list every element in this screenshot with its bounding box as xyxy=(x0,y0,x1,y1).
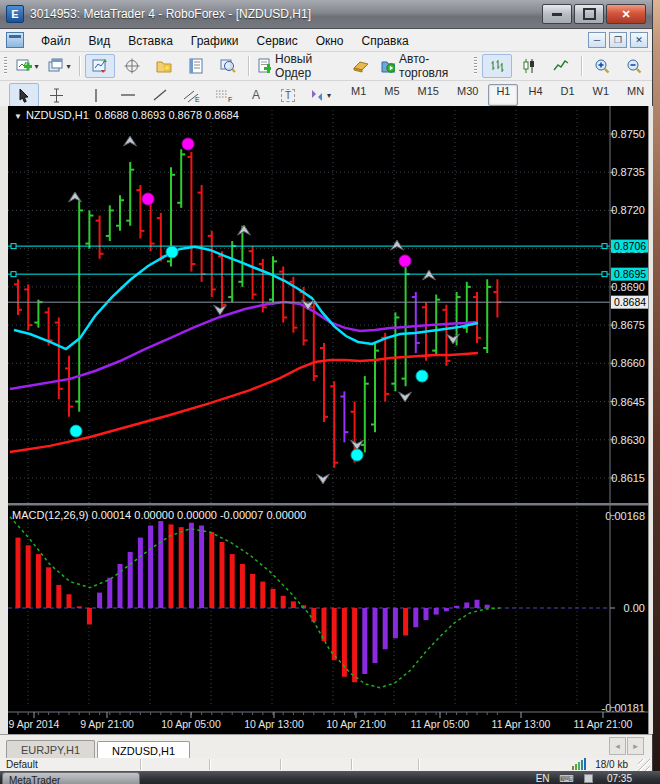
standard-toolbar: ▾ ▾ Новый Ордер Авт xyxy=(0,52,652,81)
vertical-line-button[interactable] xyxy=(81,83,111,107)
timeframe-button-h4[interactable]: H4 xyxy=(520,84,550,106)
macd-histogram-bar xyxy=(148,526,153,609)
menu-item-4[interactable]: Графики xyxy=(182,31,248,51)
menu-item-7[interactable]: Справка xyxy=(353,31,418,51)
macd-histogram-bar xyxy=(220,542,225,608)
strategy-tester-button[interactable] xyxy=(213,54,243,78)
hline-handle[interactable] xyxy=(602,272,607,277)
fibonacci-button[interactable]: F xyxy=(209,83,239,107)
autotrading-button[interactable]: Авто-торговля xyxy=(378,54,470,78)
child-close-button[interactable]: ✕ xyxy=(630,32,648,48)
maximize-button[interactable] xyxy=(574,4,604,24)
data-window-button[interactable] xyxy=(117,54,147,78)
hline-handle[interactable] xyxy=(11,244,16,249)
taskbar-app-button[interactable]: MetaTrader xyxy=(2,772,140,784)
price-axis-label: 0.8660 xyxy=(611,357,645,369)
pane-splitter[interactable] xyxy=(8,503,648,506)
close-button[interactable]: ✕ xyxy=(606,4,646,24)
timeframe-button-m1[interactable]: M1 xyxy=(343,84,374,106)
minimize-button[interactable] xyxy=(542,4,572,24)
tray-icon[interactable] xyxy=(584,774,593,783)
tab-scroll-right-icon[interactable]: ▸ xyxy=(627,737,644,755)
menu-item-3[interactable]: Вставка xyxy=(119,31,182,51)
down-arrow-signal-icon xyxy=(317,474,330,484)
text-button[interactable]: A xyxy=(241,83,271,107)
timeframe-button-mn[interactable]: MN xyxy=(619,84,652,106)
toolbar-separator xyxy=(79,56,80,76)
hline-handle[interactable] xyxy=(11,272,16,277)
timeframe-button-m15[interactable]: M15 xyxy=(410,84,447,106)
svg-text:E: E xyxy=(195,96,200,103)
menu-item-1[interactable]: Файл xyxy=(32,31,80,51)
down-arrow-signal-icon xyxy=(214,305,227,315)
macd-histogram-bar xyxy=(250,574,255,608)
crosshair-tool-button[interactable] xyxy=(41,83,71,107)
candlestick-chart-button[interactable] xyxy=(514,54,544,78)
menu-item-6[interactable]: Окно xyxy=(307,31,353,51)
zoom-out-button[interactable] xyxy=(619,54,649,78)
taskbar-clock[interactable]: 07:35 xyxy=(607,773,632,784)
chevron-down-icon: ▾ xyxy=(34,62,38,71)
hline-handle[interactable] xyxy=(602,244,607,249)
timeframe-button-m5[interactable]: M5 xyxy=(376,84,407,106)
price-axis-label: 0.8675 xyxy=(611,319,645,331)
macd-histogram-bar xyxy=(413,608,418,627)
timeframe-button-m30[interactable]: M30 xyxy=(449,84,486,106)
language-indicator[interactable]: EN xyxy=(536,773,550,784)
horizontal-line-button[interactable] xyxy=(113,83,143,107)
terminal-button[interactable] xyxy=(181,54,211,78)
menu-item-5[interactable]: Сервис xyxy=(248,31,307,51)
macd-histogram-bar xyxy=(352,608,357,682)
zoom-in-button[interactable] xyxy=(587,54,617,78)
trendline-button[interactable] xyxy=(145,83,175,107)
chart-canvas[interactable]: 0.87500.87350.87200.87050.86900.86750.86… xyxy=(8,106,648,734)
chart-tab-eurjpy-h1[interactable]: EURJPY,H1 xyxy=(6,740,95,760)
status-cell xyxy=(419,759,572,770)
chart-plot[interactable]: 0.87500.87350.87200.87050.86900.86750.86… xyxy=(8,106,648,734)
new-order-button[interactable]: Новый Ордер xyxy=(254,54,344,78)
macd-axis-label: 0.00 xyxy=(624,602,645,614)
autotrading-icon xyxy=(381,58,395,74)
text-label-button[interactable]: T xyxy=(273,83,303,107)
keyboard-icon[interactable]: ⌨ xyxy=(560,773,574,784)
macd-histogram-bar xyxy=(475,600,480,608)
tab-scroll-buttons: ◂ ▸ xyxy=(608,737,644,755)
market-watch-button[interactable] xyxy=(85,54,115,78)
mdi-controls: ─ ❐ ✕ xyxy=(585,32,648,48)
taskbar: MetaTrader EN ⌨ 07:35 xyxy=(0,771,660,784)
menu-item-2[interactable]: Вид xyxy=(80,31,120,51)
toolbar-separator xyxy=(248,56,249,76)
timeframe-button-w1[interactable]: W1 xyxy=(585,84,618,106)
new-chart-button[interactable]: ▾ xyxy=(12,54,42,78)
cursor-button[interactable] xyxy=(9,83,39,107)
hline-price-badge-text: 0.8695 xyxy=(614,268,646,280)
chart-window-icon[interactable] xyxy=(6,32,24,48)
child-restore-button[interactable]: ❐ xyxy=(609,32,627,48)
toolbar-grip[interactable] xyxy=(4,57,7,75)
tab-scroll-left-icon[interactable]: ◂ xyxy=(609,737,626,755)
toolbar-grip[interactable] xyxy=(474,57,477,75)
legend-ohlc: 0.8688 0.8693 0.8678 0.8684 xyxy=(95,109,239,121)
price-axis-label: 0.8645 xyxy=(611,396,645,408)
timeframe-button-d1[interactable]: D1 xyxy=(553,84,583,106)
resize-grip[interactable] xyxy=(638,759,650,771)
line-chart-button[interactable] xyxy=(546,54,576,78)
equidistant-channel-button[interactable]: E xyxy=(177,83,207,107)
bar-chart-button[interactable] xyxy=(482,54,512,78)
hline-price-badge-text: 0.8706 xyxy=(614,240,646,252)
timeframe-button-h1[interactable]: H1 xyxy=(488,84,518,106)
magenta-dot-signal xyxy=(142,193,154,205)
metaeditor-button[interactable] xyxy=(346,54,376,78)
macd-histogram-bar xyxy=(179,527,184,608)
metaeditor-icon xyxy=(352,58,370,74)
child-minimize-button[interactable]: ─ xyxy=(588,32,606,48)
connection-bars-icon xyxy=(572,759,587,770)
text-label-icon: T xyxy=(281,89,295,102)
traffic-indicator: 18/0 kb xyxy=(595,759,628,770)
arrows-button[interactable]: ▾ xyxy=(305,83,335,107)
time-axis-label: 10 Apr 05:00 xyxy=(161,718,221,730)
profiles-button[interactable]: ▾ xyxy=(44,54,74,78)
navigator-button[interactable] xyxy=(149,54,179,78)
title-bar[interactable]: E 3014953: MetaTrader 4 - RoboForex - [N… xyxy=(0,0,652,29)
price-axis-label: 0.8735 xyxy=(611,166,645,178)
